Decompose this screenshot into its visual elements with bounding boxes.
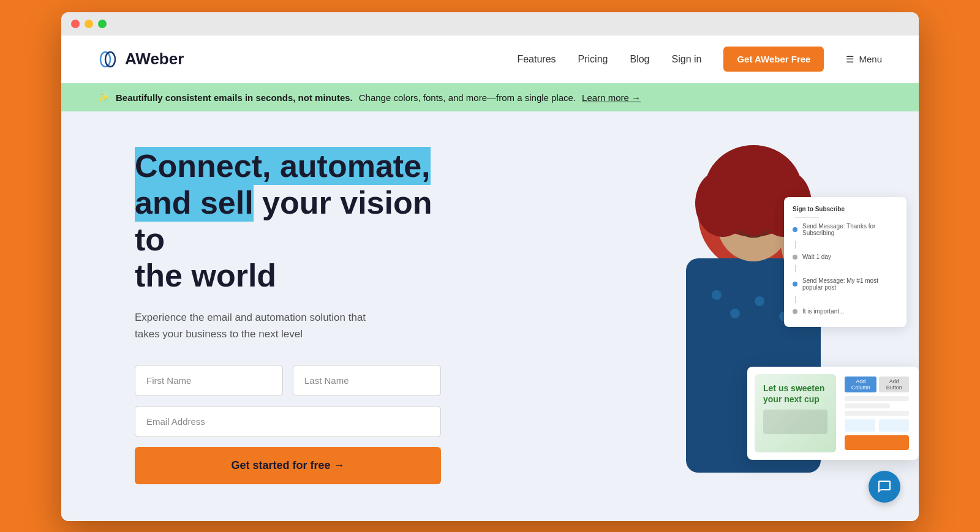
nav-features[interactable]: Features [517, 54, 556, 65]
email-card-text: Let us sweeten your next cup [763, 383, 827, 405]
first-name-input[interactable] [135, 365, 283, 396]
last-name-input[interactable] [293, 365, 441, 396]
email-card-inner: Let us sweeten your next cup Add Column … [755, 374, 911, 452]
hero-section: Connect, automate, and sell your vision … [61, 111, 919, 521]
svg-point-7 [695, 170, 750, 237]
get-aweber-free-button[interactable]: Get AWeber Free [723, 47, 824, 72]
logo-text: AWeber [125, 50, 184, 69]
email-template-card: Let us sweeten your next cup Add Column … [747, 367, 919, 460]
hamburger-icon: ☰ [846, 54, 854, 65]
settings-field1 [845, 396, 909, 401]
automation-card: Sign to Subscribe Send Message: Thanks f… [784, 197, 907, 327]
automation-step1: Send Message: Thanks for Subscribing [793, 223, 898, 236]
minimize-dot[interactable] [85, 20, 93, 28]
name-fields-row [135, 365, 441, 396]
hamburger-menu[interactable]: ☰ Menu [846, 54, 882, 65]
nav-signin[interactable]: Sign in [672, 54, 702, 65]
hero-image-area: Sign to Subscribe Send Message: Thanks f… [502, 111, 919, 521]
announcement-icon: ✨ [98, 92, 110, 103]
automation-step4: It is important... [793, 308, 898, 315]
email-card-right: Add Column Add Button [842, 374, 911, 452]
add-column-btn[interactable]: Add Column [845, 377, 876, 392]
announcement-bar: ✨ Beautifully consistent emails in secon… [61, 83, 919, 111]
announcement-link[interactable]: Learn more → [582, 92, 641, 103]
browser-window: AWeber Features Pricing Blog Sign in Get… [61, 12, 919, 521]
hero-title: Connect, automate, and sell your vision … [135, 148, 441, 294]
maximize-dot[interactable] [98, 20, 107, 28]
announcement-bold: Beautifully consistent emails in seconds… [116, 92, 353, 103]
announcement-text: Change colors, fonts, and more—from a si… [359, 92, 576, 103]
hero-title-line1: Connect, automate, [135, 147, 431, 185]
automation-step3: Send Message: My #1 most popular post [793, 277, 898, 291]
email-card-left: Let us sweeten your next cup [755, 374, 836, 452]
nav-pricing[interactable]: Pricing [578, 54, 608, 65]
menu-label: Menu [859, 54, 882, 64]
navbar: AWeber Features Pricing Blog Sign in Get… [61, 36, 919, 83]
svg-point-9 [712, 290, 722, 300]
logo-icon [98, 48, 120, 70]
add-button-btn[interactable]: Add Button [879, 377, 909, 392]
close-dot[interactable] [71, 20, 80, 28]
email-settings-tabs: Add Column Add Button [845, 377, 909, 392]
get-started-button[interactable]: Get started for free → [135, 447, 441, 484]
automation-title: Sign to Subscribe [793, 206, 898, 212]
svg-point-10 [730, 309, 740, 318]
chat-button[interactable] [869, 471, 900, 503]
logo[interactable]: AWeber [98, 48, 184, 70]
nav-blog[interactable]: Blog [630, 54, 649, 65]
hero-subtitle: Experience the email and automation solu… [135, 309, 392, 342]
settings-field2 [845, 403, 890, 408]
hero-title-line4: the world [135, 258, 276, 293]
settings-field3 [845, 411, 909, 416]
hero-title-line2: and sell [135, 184, 254, 222]
svg-point-11 [755, 296, 764, 306]
nav-links: Features Pricing Blog Sign in Get AWeber… [517, 47, 882, 72]
browser-chrome [61, 12, 919, 36]
automation-wait: Wait 1 day [793, 253, 898, 260]
email-input[interactable] [135, 406, 441, 437]
hero-content: Connect, automate, and sell your vision … [135, 148, 441, 484]
